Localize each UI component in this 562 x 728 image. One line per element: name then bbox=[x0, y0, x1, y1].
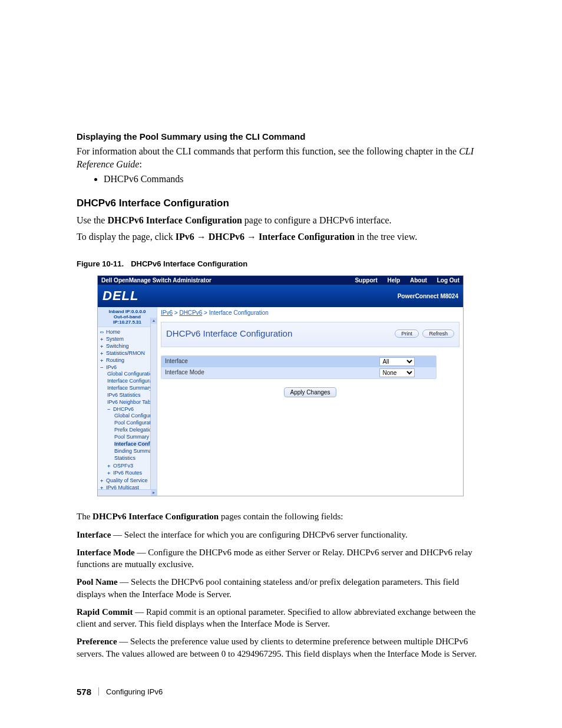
tree-ipv6[interactable]: −IPv6 Global Configuration Interface Con… bbox=[100, 364, 157, 477]
text-bold: DHCPv6 Interface Configuration bbox=[107, 215, 242, 225]
tree-routing[interactable]: +Routing bbox=[100, 357, 157, 364]
para-cli-ref: For information about the CLI commands t… bbox=[77, 145, 485, 170]
link-help[interactable]: Help bbox=[388, 277, 401, 284]
print-button[interactable]: Print bbox=[395, 330, 419, 338]
chapter-name: Configuring IPv6 bbox=[106, 687, 163, 696]
field-text: — Select the interface for which you are… bbox=[111, 530, 407, 539]
label: Switching bbox=[106, 343, 129, 349]
text: Use the bbox=[77, 215, 107, 225]
label: OSPFv3 bbox=[113, 463, 133, 469]
logo: DELL bbox=[103, 288, 138, 304]
form-label-interface: Interface bbox=[161, 356, 376, 367]
main-panel: IPv6 > DHCPv6 > Interface Configuration … bbox=[157, 307, 463, 496]
crumb-dhcpv6[interactable]: DHCPv6 bbox=[179, 309, 202, 316]
link-support[interactable]: Support bbox=[355, 277, 377, 284]
figure-caption: Figure 10-11.DHCPv6 Interface Configurat… bbox=[77, 259, 485, 268]
tree-ipv6-routes[interactable]: +IPv6 Routes bbox=[107, 469, 157, 476]
scroll-right-icon[interactable]: ▸ bbox=[151, 490, 157, 496]
text-bold: IPv6 → DHCPv6 → Interface Configuration bbox=[176, 232, 355, 242]
field-desc-interface: Interface — Select the interface for whi… bbox=[77, 529, 485, 541]
field-text: — Rapid commit is an optional parameter.… bbox=[77, 607, 475, 628]
crumb-current: Interface Configuration bbox=[209, 309, 269, 316]
field-label: Rapid Commit bbox=[77, 607, 133, 617]
mode-select[interactable]: None bbox=[379, 368, 415, 377]
text: The bbox=[77, 512, 92, 521]
para-fields-intro: The DHCPv6 Interface Configuration pages… bbox=[77, 510, 485, 522]
app-title: Dell OpenManage Switch Administrator bbox=[101, 277, 211, 284]
crumb-ipv6[interactable]: IPv6 bbox=[161, 309, 173, 316]
tree-ipv6-stats[interactable]: IPv6 Statistics bbox=[107, 391, 157, 398]
para-use: Use the DHCPv6 Interface Configuration p… bbox=[77, 214, 485, 227]
para-display: To display the page, click IPv6 → DHCPv6… bbox=[77, 230, 485, 243]
field-label: Pool Name bbox=[77, 577, 118, 587]
field-desc-rapid: Rapid Commit — Rapid commit is an option… bbox=[77, 606, 485, 630]
field-text: — Selects the preference value used by c… bbox=[77, 637, 477, 658]
breadcrumb: IPv6 > DHCPv6 > Interface Configuration bbox=[161, 309, 459, 316]
sidebar-hscroll[interactable]: ▸ bbox=[98, 489, 157, 496]
form-panel: Interface All Interface Mode None bbox=[161, 355, 437, 379]
text: : bbox=[139, 159, 141, 169]
interface-select[interactable]: All bbox=[379, 357, 415, 366]
tree-iface-config[interactable]: Interface Configurat bbox=[107, 377, 157, 384]
field-desc-preference: Preference — Selects the preference valu… bbox=[77, 635, 485, 660]
link-logout[interactable]: Log Out bbox=[437, 277, 459, 284]
text: page to configure a DHCPv6 interface. bbox=[242, 215, 392, 225]
refresh-button[interactable]: Refresh bbox=[422, 330, 454, 338]
tree-home[interactable]: ▭Home bbox=[100, 328, 157, 335]
tree-iface-summary[interactable]: Interface Summary bbox=[107, 384, 157, 391]
sidebar: Inband IP:0.0.0.0 Out-of-band IP:10.27.5… bbox=[98, 307, 157, 496]
label: Routing bbox=[106, 357, 124, 363]
form-label-mode: Interface Mode bbox=[161, 367, 376, 378]
inband-ip: Inband IP:0.0.0.0 bbox=[100, 309, 154, 314]
label: Home bbox=[106, 329, 120, 335]
field-label: Interface Mode bbox=[77, 548, 135, 557]
section-title: DHCPv6 Interface Configuration bbox=[77, 197, 485, 209]
tree-system[interactable]: +System bbox=[100, 335, 157, 342]
field-text: — Configure the DHCPv6 mode as either Se… bbox=[77, 548, 472, 569]
label: IPv6 bbox=[106, 364, 117, 370]
figure-number: Figure 10-11. bbox=[77, 259, 124, 268]
field-desc-pool: Pool Name — Selects the DHCPv6 pool cont… bbox=[77, 576, 485, 600]
text-bold: DHCPv6 Interface Configuration bbox=[92, 512, 219, 521]
tree-ipv6-neighbor[interactable]: IPv6 Neighbor Table bbox=[107, 398, 157, 406]
page-number: 578 bbox=[77, 687, 91, 697]
scroll-up-icon[interactable]: ▴ bbox=[151, 318, 157, 324]
sidebar-vscroll[interactable]: ▴ bbox=[150, 318, 157, 496]
text: pages contain the following fields: bbox=[219, 512, 343, 521]
ip-box: Inband IP:0.0.0.0 Out-of-band IP:10.27.5… bbox=[98, 307, 157, 327]
window-header: Dell OpenManage Switch Administrator Sup… bbox=[98, 276, 463, 285]
tree-switching[interactable]: +Switching bbox=[100, 342, 157, 350]
field-text: — Selects the DHCPv6 pool containing sta… bbox=[77, 577, 459, 598]
tree-dhcpv6[interactable]: −DHCPv6 Global Configurat Pool Configura… bbox=[107, 406, 157, 462]
tree-ospfv3[interactable]: +OSPFv3 bbox=[107, 462, 157, 469]
link-about[interactable]: About bbox=[410, 277, 427, 284]
tree-stats[interactable]: +Statistics/RMON bbox=[100, 350, 157, 357]
label: System bbox=[106, 336, 124, 342]
label: Quality of Service bbox=[106, 477, 148, 483]
divider bbox=[98, 687, 99, 696]
tree-global-config[interactable]: Global Configuration bbox=[107, 370, 157, 377]
panel-title: DHCPv6 Interface Configuration bbox=[166, 328, 292, 338]
page-footer: 578 Configuring IPv6 bbox=[77, 687, 485, 697]
field-desc-mode: Interface Mode — Configure the DHCPv6 mo… bbox=[77, 546, 485, 571]
tree-qos[interactable]: +Quality of Service bbox=[100, 477, 157, 484]
subheading-display-pool: Displaying the Pool Summary using the CL… bbox=[77, 131, 485, 141]
text: To display the page, click bbox=[77, 232, 176, 242]
field-label: Interface bbox=[77, 530, 111, 539]
text: in the tree view. bbox=[355, 232, 417, 242]
label: IPv6 Routes bbox=[113, 470, 142, 476]
logo-bar: DELL PowerConnect M8024 bbox=[98, 285, 463, 307]
bullet-dhcpv6-commands: DHCPv6 Commands bbox=[104, 174, 485, 185]
figure-title: DHCPv6 Interface Configuration bbox=[131, 259, 247, 268]
model-label: PowerConnect M8024 bbox=[398, 293, 458, 299]
oob-ip: Out-of-band IP:10.27.5.31 bbox=[100, 314, 154, 325]
field-label: Preference bbox=[77, 637, 117, 646]
label: Statistics/RMON bbox=[106, 350, 145, 356]
apply-changes-button[interactable]: Apply Changes bbox=[284, 387, 337, 397]
embedded-screenshot: Dell OpenManage Switch Administrator Sup… bbox=[97, 275, 464, 496]
label: DHCPv6 bbox=[113, 406, 134, 412]
text: For information about the CLI commands t… bbox=[77, 146, 459, 156]
